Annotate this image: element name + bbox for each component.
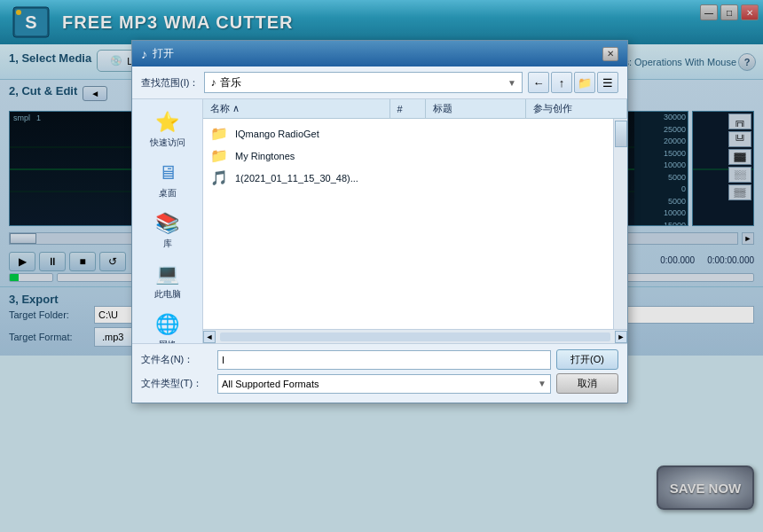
dialog-footer: 文件名(N)： 打开(O) 文件类型(T)： All Supported For… — [132, 343, 627, 403]
folder-icon: 📁 — [210, 147, 228, 164]
title-column-header: 标题 — [426, 99, 527, 118]
quick-access-label: 快速访问 — [150, 137, 185, 149]
dialog-title-icon: ♪ — [141, 47, 147, 61]
location-label: 查找范围(I)： — [141, 76, 199, 90]
library-label: 库 — [163, 238, 172, 250]
dialog-title: 打开 — [153, 46, 174, 61]
dialog-toolbar: 查找范围(I)： ♪ 音乐 ▼ ← ↑ 📁 ☰ — [132, 66, 627, 99]
file-item-name: My Ringtones — [235, 151, 295, 161]
audio-file-icon: 🎵 — [210, 169, 228, 186]
horizontal-scrollbar[interactable]: ◄ ► — [203, 329, 627, 343]
file-list: 📁 IQmango RadioGet 📁 My Ringtones 🎵 1(20… — [203, 119, 613, 329]
folder-icon: 📁 — [210, 125, 228, 142]
quick-access-shortcut[interactable]: ⭐ 快速访问 — [147, 108, 188, 152]
list-item[interactable]: 🎵 1(2021_01_11_15_30_48)... — [203, 167, 613, 189]
network-icon: 🌐 — [155, 313, 179, 336]
filename-row: 文件名(N)： 打开(O) — [141, 349, 618, 370]
filetype-combo[interactable]: All Supported Formats ▼ — [217, 374, 551, 394]
computer-icon: 💻 — [155, 262, 179, 286]
dialog-title-bar: ♪ 打开 ✕ — [132, 41, 627, 66]
list-item[interactable]: 📁 IQmango RadioGet — [203, 122, 613, 145]
view-button[interactable]: ☰ — [597, 72, 618, 93]
dialog-close-button[interactable]: ✕ — [602, 47, 618, 61]
contrib-column-header: 参与创作 — [526, 99, 627, 118]
file-list-header: 名称 ∧ # 标题 参与创作 — [203, 99, 627, 119]
desktop-label: 桌面 — [159, 187, 177, 200]
dialog-body: ⭐ 快速访问 🖥 桌面 📚 库 💻 此电脑 🌐 网络 — [132, 99, 627, 343]
combo-arrow-icon: ▼ — [507, 78, 516, 88]
new-folder-button[interactable]: 📁 — [574, 72, 595, 93]
filetype-label: 文件类型(T)： — [141, 377, 212, 390]
list-item[interactable]: 📁 My Ringtones — [203, 145, 613, 167]
sort-arrow-icon: ∧ — [232, 103, 240, 114]
music-icon: ♪ — [210, 76, 216, 89]
dialog-sidebar: ⭐ 快速访问 🖥 桌面 📚 库 💻 此电脑 🌐 网络 — [132, 99, 203, 343]
filetype-arrow-icon: ▼ — [538, 379, 547, 388]
file-item-name: 1(2021_01_11_15_30_48)... — [235, 173, 358, 184]
scroll-left-btn[interactable]: ◄ — [203, 331, 216, 343]
filetype-value: All Supported Formats — [222, 379, 319, 389]
dialog-overlay: ♪ 打开 ✕ 查找范围(I)： ♪ 音乐 ▼ ← ↑ 📁 ☰ — [0, 0, 763, 532]
name-column-header: 名称 ∧ — [203, 99, 390, 118]
file-list-scrollbar[interactable] — [613, 119, 627, 329]
hscroll-track[interactable] — [220, 332, 610, 341]
up-button[interactable]: ↑ — [551, 72, 572, 93]
back-button[interactable]: ← — [528, 72, 549, 93]
filetype-row: 文件类型(T)： All Supported Formats ▼ 取消 — [141, 373, 618, 394]
open-file-dialog: ♪ 打开 ✕ 查找范围(I)： ♪ 音乐 ▼ ← ↑ 📁 ☰ — [131, 40, 628, 403]
library-shortcut[interactable]: 📚 库 — [153, 209, 182, 253]
computer-shortcut[interactable]: 💻 此电脑 — [152, 260, 184, 303]
location-value: 音乐 — [220, 75, 241, 90]
network-shortcut[interactable]: 🌐 网络 — [153, 310, 182, 343]
computer-label: 此电脑 — [154, 288, 181, 301]
quick-access-icon: ⭐ — [155, 111, 179, 134]
toolbar-buttons: ← ↑ 📁 ☰ — [528, 72, 618, 93]
hash-column-header: # — [390, 99, 426, 118]
desktop-icon: 🖥 — [158, 161, 177, 184]
open-button[interactable]: 打开(O) — [556, 349, 618, 370]
cancel-button[interactable]: 取消 — [556, 373, 618, 394]
file-list-area: 名称 ∧ # 标题 参与创作 📁 — [203, 99, 627, 343]
location-combo[interactable]: ♪ 音乐 ▼ — [204, 72, 523, 93]
file-item-name: IQmango RadioGet — [235, 129, 319, 139]
library-icon: 📚 — [155, 212, 179, 235]
scroll-right-btn-h[interactable]: ► — [615, 331, 627, 343]
filename-label: 文件名(N)： — [141, 353, 212, 366]
filename-input[interactable] — [217, 350, 551, 370]
desktop-shortcut[interactable]: 🖥 桌面 — [155, 159, 180, 202]
